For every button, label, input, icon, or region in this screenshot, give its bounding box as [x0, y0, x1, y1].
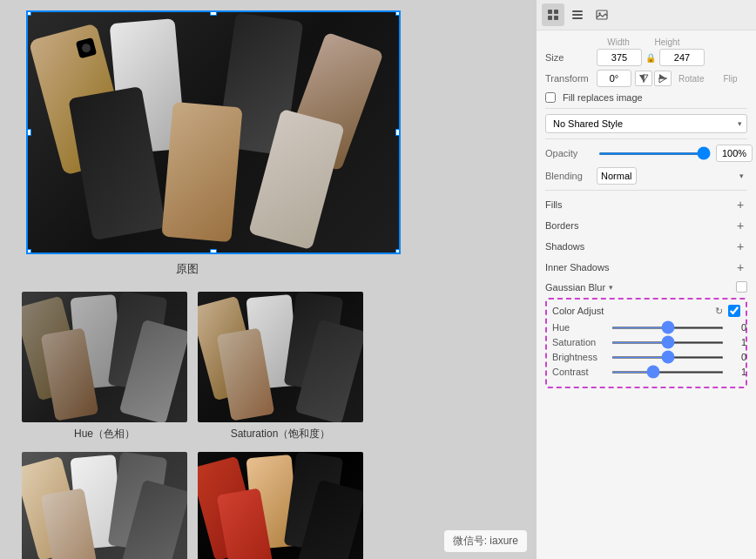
thumb-saturation: Saturation（饱和度） — [198, 292, 363, 441]
color-adjust-controls: ↻ — [712, 305, 740, 317]
blending-select[interactable]: Normal — [597, 167, 637, 185]
iphone-shape-6 — [161, 102, 242, 242]
lock-icon[interactable]: 🔒 — [645, 53, 656, 63]
rotate-sublabel: Rotate — [678, 74, 704, 84]
gaussian-blur-checkbox[interactable] — [736, 281, 747, 293]
contrast-adjust-row: Contrast 1 — [552, 367, 740, 377]
svg-rect-1 — [554, 10, 558, 14]
saturation-value: 1 — [729, 337, 746, 347]
svg-marker-11 — [644, 75, 648, 82]
watermark: 微信号: iaxure — [444, 530, 527, 552]
svg-marker-12 — [659, 74, 666, 78]
gaussian-blur-row: Gaussian Blur ▾ — [545, 280, 747, 294]
flip-vertical-button[interactable] — [654, 71, 672, 86]
handle-br[interactable] — [395, 249, 401, 254]
saturation-adjust-label: Saturation — [552, 337, 606, 347]
gaussian-chevron-icon[interactable]: ▾ — [609, 283, 613, 292]
shared-style-wrapper: No Shared Style — [545, 114, 747, 133]
flip-horizontal-button[interactable] — [635, 71, 652, 86]
shadows-title: Shadows — [545, 241, 584, 252]
fill-replaces-checkbox[interactable] — [545, 92, 556, 103]
gaussian-blur-title: Gaussian Blur — [545, 282, 605, 293]
handle-bc[interactable] — [210, 249, 217, 254]
brightness-adjust-label: Brightness — [552, 352, 606, 362]
svg-rect-4 — [572, 10, 583, 12]
canvas-panel: 原图 Hue（色相） — [0, 0, 536, 559]
contrast-adjust-label: Contrast — [552, 367, 606, 377]
height-sublabel: Height — [645, 37, 690, 47]
inner-shadows-title: Inner Shadows — [545, 262, 609, 273]
svg-rect-2 — [548, 16, 552, 20]
handle-tr[interactable] — [395, 10, 401, 16]
height-input[interactable] — [659, 49, 705, 66]
width-input[interactable] — [597, 49, 642, 66]
handle-bl[interactable] — [26, 249, 31, 254]
svg-rect-3 — [554, 16, 558, 20]
layout-tab-button[interactable] — [566, 3, 589, 26]
opacity-row: Opacity — [545, 145, 747, 162]
blending-label: Blending — [545, 171, 593, 181]
blending-row: Blending Normal — [545, 167, 747, 185]
saturation-label: Saturation（饱和度） — [231, 427, 331, 441]
hue-adjust-row: Hue 0 — [552, 322, 740, 333]
canvas-area: 原图 Hue（色相） — [0, 0, 536, 559]
divider-3 — [545, 190, 747, 191]
handle-tc[interactable] — [210, 10, 217, 16]
main-image-frame[interactable] — [26, 10, 401, 254]
svg-rect-6 — [572, 17, 583, 19]
inner-shadows-add-button[interactable]: + — [733, 260, 747, 274]
shared-style-row: No Shared Style — [545, 114, 747, 133]
opacity-slider[interactable] — [598, 152, 711, 155]
handle-ml[interactable] — [26, 129, 31, 136]
rotate-input[interactable] — [597, 70, 631, 87]
blending-select-wrapper: Normal — [597, 167, 747, 185]
color-adjust-header: Color Adjust ↻ — [552, 305, 740, 317]
properties-panel: Width Height Size 🔒 Transform — [536, 0, 756, 559]
shadows-add-button[interactable]: + — [733, 239, 747, 253]
svg-rect-5 — [572, 14, 583, 16]
opacity-value[interactable] — [716, 145, 753, 162]
divider-1 — [545, 108, 747, 109]
toolbar — [537, 0, 756, 30]
saturation-adjust-row: Saturation 1 — [552, 337, 740, 347]
color-adjust-checkbox[interactable] — [728, 305, 740, 317]
contrast-value: 1 — [729, 367, 746, 377]
divider-2 — [545, 138, 747, 139]
flip-sublabel: Flip — [723, 74, 737, 84]
handle-tl[interactable] — [26, 10, 31, 16]
fill-replaces-label: Fill replaces image — [563, 92, 643, 103]
color-adjust-reset-button[interactable]: ↻ — [712, 305, 725, 317]
thumb-contrast: Contrast（对比度） — [198, 452, 363, 559]
brightness-adjust-row: Brightness 0 — [552, 352, 740, 362]
borders-section-header: Borders + — [545, 217, 747, 234]
fill-replaces-row: Fill replaces image — [545, 92, 747, 103]
image-tab-button[interactable] — [591, 3, 613, 26]
properties-content: Width Height Size 🔒 Transform — [537, 30, 756, 559]
hue-slider[interactable] — [611, 327, 724, 329]
shared-style-select[interactable]: No Shared Style — [545, 114, 747, 133]
fills-add-button[interactable]: + — [733, 198, 747, 212]
borders-add-button[interactable]: + — [733, 219, 747, 232]
brightness-value: 0 — [729, 352, 746, 362]
handle-mr[interactable] — [395, 129, 401, 136]
svg-rect-0 — [548, 10, 552, 14]
fills-title: Fills — [545, 199, 563, 210]
saturation-slider[interactable] — [611, 341, 724, 344]
svg-point-8 — [598, 12, 600, 14]
color-adjust-section: Color Adjust ↻ Hue 0 Saturation 1 Bri — [545, 298, 747, 388]
size-label: Size — [545, 52, 593, 63]
hue-value: 0 — [729, 322, 746, 333]
fills-section-header: Fills + — [545, 196, 747, 213]
style-tab-button[interactable] — [542, 3, 564, 26]
thumb-hue: Hue（色相） — [22, 292, 187, 441]
contrast-slider[interactable] — [611, 371, 724, 374]
transform-row: Transform Rotat — [545, 70, 747, 87]
size-row: Size 🔒 — [545, 49, 747, 66]
brightness-slider[interactable] — [611, 356, 724, 359]
width-sublabel: Width — [596, 37, 641, 47]
inner-shadows-section-header: Inner Shadows + — [545, 259, 747, 276]
size-sublabels: Width Height — [545, 37, 747, 47]
transform-label: Transform — [545, 73, 593, 84]
flip-buttons — [635, 71, 672, 86]
svg-marker-14 — [659, 78, 666, 83]
